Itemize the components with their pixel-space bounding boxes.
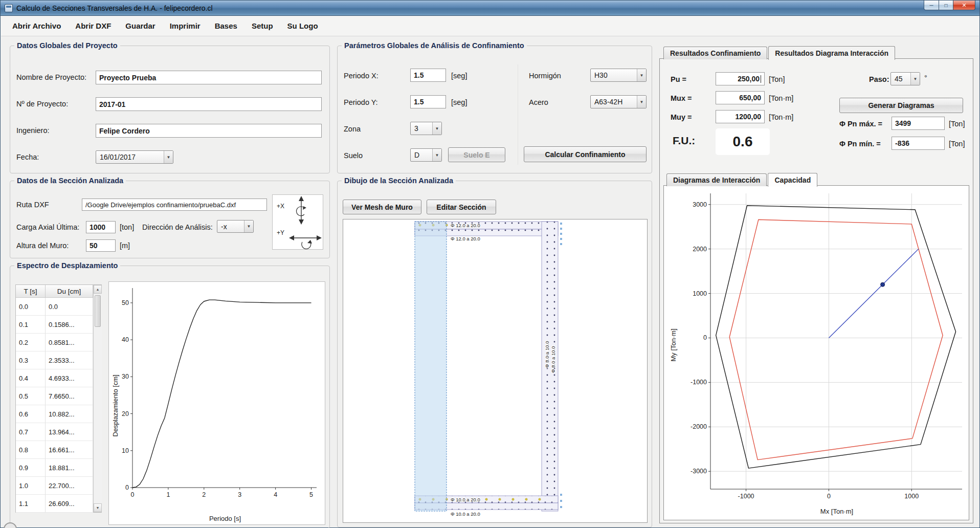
tab-resultados-confinamiento[interactable]: Resultados Confinamiento	[663, 47, 767, 59]
capacidad-panel: -100001000-3000-2000-10000100020003000 M…	[663, 185, 969, 520]
editar-seccion-button[interactable]: Editar Sección	[427, 200, 496, 214]
svg-text:1000: 1000	[693, 290, 707, 297]
carga-axial-value: 1000	[90, 223, 105, 231]
table-row[interactable]: 0.20.8581...	[16, 334, 101, 351]
cell-t: 0.3	[16, 351, 46, 369]
svg-text:20: 20	[122, 410, 129, 417]
table-row[interactable]: 0.32.3533...	[16, 351, 101, 369]
app-icon	[5, 4, 13, 12]
scroll-up-button[interactable]: ▲	[94, 285, 102, 294]
rebar-label-top-1: Φ 12.0 a 20.0	[451, 223, 480, 228]
altura-muro-input[interactable]: 50	[86, 239, 116, 252]
table-row[interactable]: 0.918.881...	[16, 459, 101, 477]
table-row[interactable]: 0.10.1586...	[16, 316, 101, 334]
muy-value: 1200,00	[735, 113, 761, 121]
muy-input[interactable]: 1200,00	[716, 110, 765, 123]
periodo-y-label: Periodo Y:	[344, 98, 378, 106]
fecha-select[interactable]: 16/01/2017 ▼	[96, 150, 173, 164]
tab-diagramas-interaccion[interactable]: Diagramas de Interacción	[666, 173, 767, 186]
suelo-e-button[interactable]: Suelo E	[448, 147, 505, 162]
hormigon-select[interactable]: H30 ▼	[590, 69, 647, 82]
cell-du: 0.1586...	[46, 316, 93, 334]
group-espectro-title: Espectro de Desplazamiento	[14, 261, 120, 270]
ruta-dxf-input[interactable]: /Google Drive/ejemplos confinamiento/pru…	[82, 199, 267, 211]
col-header-du[interactable]: Du [cm]	[46, 285, 93, 298]
table-row[interactable]: 0.57.6650...	[16, 387, 101, 405]
periodo-x-input[interactable]: 1.5	[410, 69, 446, 82]
table-scrollbar[interactable]: ▲ ▼	[93, 285, 102, 512]
section-canvas[interactable]: Φ 12.0 a 20.0 Φ 12.0 a 20.0 Φ 8.0 a 10.0…	[343, 219, 648, 523]
menu-item-abrir-archivo[interactable]: Abrir Archivo	[5, 16, 68, 36]
numero-proyecto-input[interactable]: 2017-01	[96, 97, 322, 111]
pn-min-label: Φ Pn mín. =	[839, 140, 881, 148]
menu-item-abrir-dxf[interactable]: Abrir DXF	[68, 16, 118, 36]
maximize-button[interactable]: □	[939, 1, 953, 10]
table-row[interactable]: 1.022.700...	[16, 477, 101, 495]
table-row[interactable]: 1.126.609...	[16, 495, 101, 513]
espectro-ylabel: Desplazamiento [cm]	[112, 365, 119, 437]
espectro-table-header: T [s] Du [cm]	[16, 285, 101, 298]
group-parametros-title: Parámetros Globales de Análisis de Confi…	[342, 41, 527, 50]
dropdown-glyph: ▼	[640, 73, 644, 78]
paso-select[interactable]: 45 ▼	[890, 72, 920, 85]
minimize-button[interactable]: ─	[924, 1, 939, 10]
capacidad-ylabel: My [Ton·m]	[670, 316, 677, 362]
direccion-dropdown-arrow-icon: ▼	[244, 221, 253, 232]
menu-item-imprimir[interactable]: Imprimir	[163, 16, 208, 36]
nombre-proyecto-input[interactable]: Proyecto Prueba	[96, 71, 322, 84]
svg-text:-2000: -2000	[691, 423, 707, 430]
ver-mesh-button[interactable]: Ver Mesh de Muro	[343, 200, 421, 214]
paso-dropdown-arrow-icon: ▼	[910, 73, 920, 85]
zona-select[interactable]: 3 ▼	[410, 122, 442, 135]
generar-diagramas-button[interactable]: Generar Diagramas	[839, 98, 963, 113]
menu-item-guardar[interactable]: Guardar	[118, 16, 162, 36]
menu-item-setup[interactable]: Setup	[244, 16, 280, 36]
periodo-y-input[interactable]: 1.5	[410, 95, 446, 108]
menu-item-su-logo[interactable]: Su Logo	[280, 16, 325, 36]
cell-du: 2.3533...	[46, 351, 93, 369]
paso-value: 45	[891, 73, 910, 85]
menubar: Abrir Archivo Abrir DXF Guardar Imprimir…	[1, 16, 979, 36]
fu-label: F.U.:	[673, 135, 695, 147]
paso-label: Paso:	[869, 75, 889, 83]
cell-t: 0.4	[16, 369, 46, 387]
carga-axial-unit: [ton]	[120, 223, 134, 231]
espectro-table: T [s] Du [cm] 0.00.0 0.10.1586... 0.20.8…	[15, 284, 102, 513]
table-row[interactable]: 0.610.882...	[16, 405, 101, 423]
fecha-value: 16/01/2017	[96, 151, 164, 163]
text-caret	[761, 75, 761, 83]
mux-input[interactable]: 650,00	[716, 91, 765, 104]
scroll-down-button[interactable]: ▼	[94, 503, 102, 512]
table-row[interactable]: 0.44.6933...	[16, 369, 101, 387]
carga-axial-label: Carga Axial Última:	[16, 223, 79, 231]
col-header-t[interactable]: T [s]	[16, 285, 46, 298]
table-row[interactable]: 0.816.661...	[16, 441, 101, 459]
nombre-proyecto-value: Proyecto Prueba	[99, 74, 156, 82]
direccion-analisis-select[interactable]: -x ▼	[217, 220, 254, 233]
rebar-label-bottom-2: Φ 10.0 a 20.0	[451, 511, 480, 517]
table-row[interactable]: 0.713.964...	[16, 423, 101, 441]
group-dibujo-title: Dibujo de la Sección Analizada	[342, 177, 456, 185]
cell-du: 26.609...	[46, 495, 93, 513]
table-row[interactable]: 0.00.0	[16, 298, 101, 316]
acero-select[interactable]: A63-42H ▼	[590, 95, 647, 108]
pn-min-input[interactable]: -836	[892, 137, 945, 150]
menu-item-bases[interactable]: Bases	[208, 16, 244, 36]
scrollbar-thumb[interactable]	[95, 295, 101, 327]
ingeniero-input[interactable]: Felipe Cordero	[96, 124, 322, 138]
calcular-confinamiento-button[interactable]: Calcular Confinamiento	[524, 146, 647, 162]
tab-resultados-diagrama-interaccion[interactable]: Resultados Diagrama Interacción	[768, 46, 895, 60]
tab-capacidad[interactable]: Capacidad	[768, 173, 817, 187]
altura-muro-value: 50	[90, 241, 98, 250]
periodo-x-label: Periodo X:	[344, 72, 378, 80]
carga-axial-input[interactable]: 1000	[86, 221, 116, 233]
suelo-select[interactable]: D ▼	[410, 148, 442, 162]
close-button[interactable]: ✕	[953, 1, 975, 10]
svg-text:4: 4	[274, 491, 277, 498]
titlebar[interactable]: Calculo de Secciones Transversales de H.…	[1, 1, 979, 16]
pn-max-input[interactable]: 3499	[892, 117, 945, 130]
pu-input[interactable]: 250,00	[716, 72, 765, 85]
minimize-icon: ─	[929, 3, 933, 8]
espectro-chart-box: 01234501020304050 Desplazamiento [cm] Pe…	[108, 281, 325, 525]
group-datos-globales: Datos Globales del Proyecto Nombre de Pr…	[10, 46, 330, 173]
